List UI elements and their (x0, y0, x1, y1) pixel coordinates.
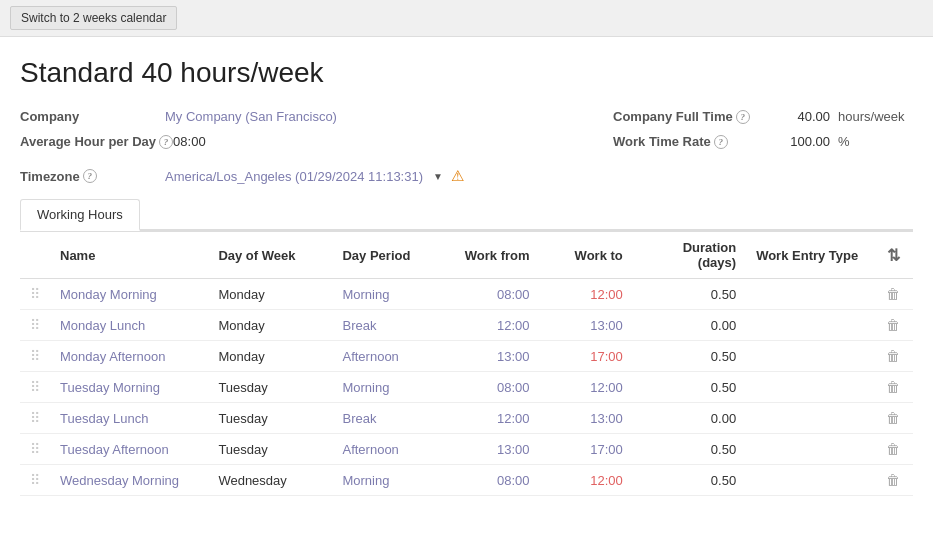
drag-handle-cell: ⠿ (20, 403, 50, 434)
col-name-header: Name (50, 232, 208, 279)
from-cell: 12:00 (446, 310, 539, 341)
dow-cell: Monday (208, 341, 332, 372)
row-name-link[interactable]: Monday Afternoon (60, 349, 166, 364)
col-wet-header: Work Entry Type (746, 232, 874, 279)
company-value[interactable]: My Company (San Francisco) (165, 109, 337, 124)
dur-cell: 0.50 (633, 279, 746, 310)
row-name-link[interactable]: Tuesday Lunch (60, 411, 148, 426)
drag-handle-icon[interactable]: ⠿ (30, 348, 40, 364)
tab-working-hours[interactable]: Working Hours (20, 199, 140, 231)
name-cell: Monday Lunch (50, 310, 208, 341)
avg-hour-value: 08:00 (173, 134, 206, 149)
from-cell: 12:00 (446, 403, 539, 434)
col-drag (20, 232, 50, 279)
table-row: ⠿ Monday Afternoon Monday Afternoon 13:0… (20, 341, 913, 372)
to-cell: 12:00 (540, 372, 633, 403)
delete-row-button[interactable]: 🗑 (886, 286, 900, 302)
dow-cell: Tuesday (208, 372, 332, 403)
col-sort-header[interactable]: ⇅ (874, 232, 913, 279)
dur-cell: 0.00 (633, 310, 746, 341)
drag-handle-icon[interactable]: ⠿ (30, 317, 40, 333)
wet-cell (746, 279, 874, 310)
delete-cell: 🗑 (874, 434, 913, 465)
drag-handle-icon[interactable]: ⠿ (30, 472, 40, 488)
dow-cell: Tuesday (208, 434, 332, 465)
timezone-label: Timezone ? (20, 169, 165, 184)
col-dow-header: Day of Week (208, 232, 332, 279)
wet-cell (746, 372, 874, 403)
to-cell: 12:00 (540, 465, 633, 496)
delete-row-button[interactable]: 🗑 (886, 410, 900, 426)
table-row: ⠿ Tuesday Morning Tuesday Morning 08:00 … (20, 372, 913, 403)
dp-cell: Break (332, 403, 446, 434)
drag-handle-icon[interactable]: ⠿ (30, 286, 40, 302)
delete-cell: 🗑 (874, 465, 913, 496)
from-cell: 13:00 (446, 434, 539, 465)
dow-cell: Monday (208, 279, 332, 310)
work-time-rate-help-icon[interactable]: ? (714, 135, 728, 149)
avg-hour-label: Average Hour per Day ? (20, 134, 173, 149)
dp-cell: Break (332, 310, 446, 341)
name-cell: Monday Morning (50, 279, 208, 310)
row-name-link[interactable]: Tuesday Morning (60, 380, 160, 395)
from-cell: 08:00 (446, 279, 539, 310)
sort-columns-icon[interactable]: ⇅ (887, 247, 900, 264)
delete-row-button[interactable]: 🗑 (886, 441, 900, 457)
delete-row-button[interactable]: 🗑 (886, 317, 900, 333)
drag-handle-icon[interactable]: ⠿ (30, 379, 40, 395)
to-cell: 17:00 (540, 434, 633, 465)
row-name-link[interactable]: Tuesday Afternoon (60, 442, 169, 457)
table-row: ⠿ Monday Morning Monday Morning 08:00 12… (20, 279, 913, 310)
wet-cell (746, 310, 874, 341)
timezone-help-icon[interactable]: ? (83, 169, 97, 183)
col-dp-header: Day Period (332, 232, 446, 279)
row-name-link[interactable]: Wednesday Morning (60, 473, 179, 488)
drag-handle-cell: ⠿ (20, 372, 50, 403)
from-cell: 08:00 (446, 465, 539, 496)
wet-cell (746, 341, 874, 372)
dp-cell: Afternoon (332, 341, 446, 372)
work-time-rate-label: Work Time Rate ? (613, 134, 783, 149)
timezone-value[interactable]: America/Los_Angeles (01/29/2024 11:13:31… (165, 169, 423, 184)
drag-handle-cell: ⠿ (20, 434, 50, 465)
col-from-header: Work from (446, 232, 539, 279)
name-cell: Wednesday Morning (50, 465, 208, 496)
dur-cell: 0.00 (633, 403, 746, 434)
wet-cell (746, 465, 874, 496)
dur-cell: 0.50 (633, 434, 746, 465)
company-label: Company (20, 109, 165, 124)
delete-cell: 🗑 (874, 279, 913, 310)
table-row: ⠿ Tuesday Lunch Tuesday Break 12:00 13:0… (20, 403, 913, 434)
to-cell: 13:00 (540, 310, 633, 341)
drag-handle-icon[interactable]: ⠿ (30, 441, 40, 457)
timezone-dropdown-icon[interactable]: ▼ (433, 171, 443, 182)
delete-row-button[interactable]: 🗑 (886, 379, 900, 395)
from-cell: 13:00 (446, 341, 539, 372)
wet-cell (746, 403, 874, 434)
dur-cell: 0.50 (633, 372, 746, 403)
drag-handle-icon[interactable]: ⠿ (30, 410, 40, 426)
avg-hour-help-icon[interactable]: ? (159, 135, 173, 149)
switch-calendar-button[interactable]: Switch to 2 weeks calendar (10, 6, 177, 30)
company-full-time-label: Company Full Time ? (613, 109, 783, 124)
name-cell: Tuesday Lunch (50, 403, 208, 434)
to-cell: 13:00 (540, 403, 633, 434)
dp-cell: Afternoon (332, 434, 446, 465)
table-row: ⠿ Monday Lunch Monday Break 12:00 13:00 … (20, 310, 913, 341)
row-name-link[interactable]: Monday Morning (60, 287, 157, 302)
delete-cell: 🗑 (874, 403, 913, 434)
delete-cell: 🗑 (874, 341, 913, 372)
row-name-link[interactable]: Monday Lunch (60, 318, 145, 333)
table-row: ⠿ Tuesday Afternoon Tuesday Afternoon 13… (20, 434, 913, 465)
name-cell: Tuesday Morning (50, 372, 208, 403)
dur-cell: 0.50 (633, 465, 746, 496)
company-full-time-value: 40.00 (783, 109, 838, 124)
delete-row-button[interactable]: 🗑 (886, 348, 900, 364)
col-dur-header: Duration (days) (633, 232, 746, 279)
delete-row-button[interactable]: 🗑 (886, 472, 900, 488)
company-full-time-help-icon[interactable]: ? (736, 110, 750, 124)
dp-cell: Morning (332, 279, 446, 310)
work-time-rate-value: 100.00 (783, 134, 838, 149)
delete-cell: 🗑 (874, 310, 913, 341)
drag-handle-cell: ⠿ (20, 465, 50, 496)
